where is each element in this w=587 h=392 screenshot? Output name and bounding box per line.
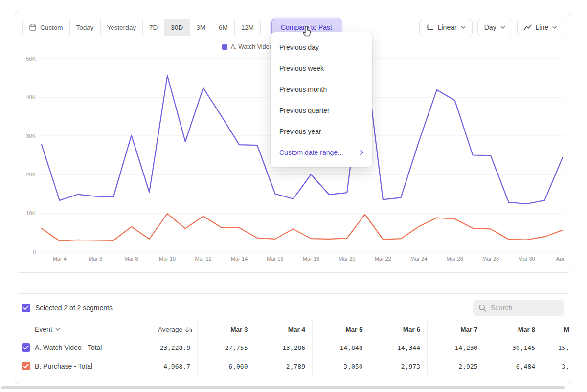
svg-text:0: 0 — [33, 249, 36, 255]
svg-text:Mar 30: Mar 30 — [518, 256, 535, 261]
svg-text:Mar 22: Mar 22 — [375, 256, 391, 261]
table-cell: 3,050 — [312, 357, 370, 375]
chart-type-dropdown[interactable]: Line — [517, 19, 564, 36]
segments-table: Event Average Mar 3 Mar 4 Mar 5 Mar 6 Ma… — [15, 321, 571, 375]
chevron-right-icon — [360, 150, 363, 155]
horizontal-scrollbar[interactable] — [1, 386, 565, 389]
column-header[interactable]: Mar 6 — [370, 321, 428, 338]
axis-icon — [426, 24, 434, 31]
svg-text:Mar 14: Mar 14 — [231, 256, 248, 261]
average-column-header[interactable]: Average — [137, 321, 197, 338]
column-header[interactable]: Mar 4 — [255, 321, 313, 338]
svg-text:Mar 8: Mar 8 — [125, 256, 138, 261]
column-header[interactable]: Mar 7 — [427, 321, 485, 338]
interval-dropdown[interactable]: Day — [477, 19, 512, 36]
table-cell: 14,848 — [312, 338, 370, 357]
calendar-icon — [29, 23, 37, 31]
segments-header: Selected 2 of 2 segments — [15, 294, 571, 321]
event-column-header[interactable]: Event — [15, 321, 137, 338]
table-cell: 14,230 — [427, 338, 485, 357]
sort-descending-icon — [185, 327, 192, 333]
interval-label: Day — [484, 23, 497, 31]
menu-item-custom-date-range[interactable]: Custom date range... — [271, 142, 372, 163]
range-label: 12M — [241, 24, 254, 31]
search-icon — [478, 304, 487, 312]
column-header[interactable]: Mar 3 — [197, 321, 255, 338]
svg-text:Mar 16: Mar 16 — [267, 256, 283, 261]
chevron-down-icon — [461, 26, 466, 29]
table-row: A. Watch Video - Total 23,228.9 27,755 1… — [15, 338, 571, 357]
svg-text:40K: 40K — [26, 94, 36, 100]
svg-text:Mar 26: Mar 26 — [447, 256, 463, 261]
menu-item-previous-month[interactable]: Previous month — [271, 79, 372, 100]
select-all-checkbox[interactable] — [22, 304, 30, 312]
average-header-label: Average — [158, 326, 182, 333]
scale-dropdown[interactable]: Linear — [419, 19, 473, 36]
svg-text:Apr 1: Apr 1 — [556, 256, 565, 261]
scale-label: Linear — [438, 23, 457, 31]
svg-text:20K: 20K — [26, 172, 36, 177]
svg-text:Mar 28: Mar 28 — [482, 256, 499, 261]
table-cell: 30,145 — [485, 338, 542, 357]
check-icon — [23, 345, 29, 350]
table-cell: 4,968.7 — [137, 357, 197, 375]
table-cell: 13,286 — [255, 338, 313, 357]
menu-item-previous-quarter[interactable]: Previous quarter — [271, 100, 372, 121]
table-cell: 6,484 — [485, 357, 542, 375]
event-header-label: Event — [35, 326, 52, 333]
view-controls: Linear Day Line — [419, 19, 564, 36]
check-icon — [23, 364, 29, 369]
svg-text:50K: 50K — [26, 56, 36, 62]
event-label: B. Purchase - Total — [35, 362, 92, 370]
table-cell: 2,925 — [427, 357, 485, 375]
table-cell: 2,973 — [370, 357, 428, 375]
range-3m-button[interactable]: 3M — [189, 19, 212, 36]
table-row: B. Purchase - Total 4,968.7 6,060 2,789 … — [15, 357, 571, 375]
segments-card: Selected 2 of 2 segments Event Average M… — [15, 293, 571, 384]
menu-item-previous-year[interactable]: Previous year — [271, 121, 372, 142]
svg-text:Mar 24: Mar 24 — [410, 256, 427, 261]
menu-item-previous-week[interactable]: Previous week — [271, 58, 372, 79]
check-icon — [23, 305, 29, 310]
svg-text:Mar 6: Mar 6 — [89, 256, 102, 261]
column-header[interactable]: Mar 5 — [312, 321, 370, 338]
svg-text:Mar 18: Mar 18 — [303, 256, 319, 261]
svg-text:30K: 30K — [26, 133, 36, 139]
event-label: A. Watch Video - Total — [35, 344, 102, 351]
compare-dropdown-menu: Previous day Previous week Previous mont… — [271, 32, 372, 167]
range-custom-button[interactable]: Custom — [23, 19, 69, 36]
svg-text:Mar 20: Mar 20 — [339, 256, 355, 261]
column-header-clipped[interactable]: M — [542, 321, 571, 338]
range-label: 30D — [171, 24, 183, 31]
range-label: Yesterday — [107, 24, 136, 31]
row-checkbox[interactable] — [22, 343, 30, 352]
svg-text:Mar 10: Mar 10 — [159, 256, 176, 261]
menu-item-previous-day[interactable]: Previous day — [271, 37, 372, 58]
range-12m-button[interactable]: 12M — [234, 19, 260, 36]
segments-summary: Selected 2 of 2 segments — [35, 304, 113, 312]
range-30d-button[interactable]: 30D — [164, 19, 189, 36]
range-7d-button[interactable]: 7D — [142, 19, 164, 36]
chevron-down-icon — [55, 328, 60, 331]
table-cell: 2,789 — [255, 357, 313, 375]
line-chart-icon — [524, 24, 532, 30]
table-cell-clipped: 15, — [542, 338, 571, 357]
range-label: 7D — [149, 24, 158, 31]
row-checkbox[interactable] — [22, 362, 30, 370]
svg-text:10K: 10K — [26, 210, 36, 216]
table-cell: 6,060 — [197, 357, 255, 375]
svg-text:Mar 4: Mar 4 — [53, 256, 67, 261]
column-header[interactable]: Mar 8 — [485, 321, 542, 338]
range-yesterday-button[interactable]: Yesterday — [100, 19, 143, 36]
table-cell: 14,344 — [370, 338, 428, 357]
svg-text:Mar 12: Mar 12 — [195, 256, 211, 261]
range-label: Custom — [40, 24, 63, 31]
table-cell: 27,755 — [197, 338, 255, 357]
range-today-button[interactable]: Today — [69, 19, 100, 36]
custom-date-range-label: Custom date range... — [279, 149, 343, 156]
range-6m-button[interactable]: 6M — [212, 19, 234, 36]
range-label: Today — [76, 24, 94, 31]
chevron-down-icon — [552, 26, 557, 29]
table-cell: 23,228.9 — [137, 338, 197, 357]
table-cell-clipped: 3, — [542, 357, 571, 375]
